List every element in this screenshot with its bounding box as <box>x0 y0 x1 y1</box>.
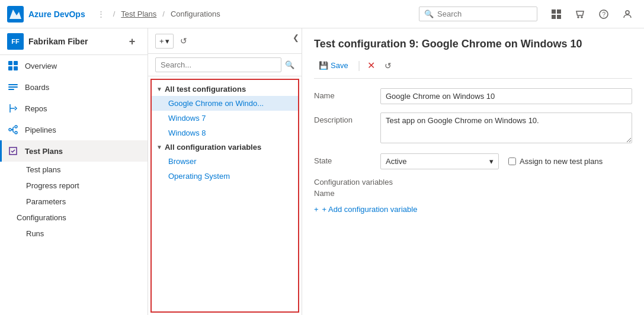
pipelines-icon <box>7 124 19 136</box>
sidebar-item-label-overview: Overview <box>25 62 57 70</box>
svg-point-6 <box>578 17 579 18</box>
assign-checkbox[interactable] <box>508 158 516 165</box>
refresh-button[interactable]: ↺ <box>176 33 191 49</box>
description-label: Description <box>314 112 373 124</box>
svg-rect-13 <box>8 66 12 70</box>
svg-point-10 <box>626 11 629 14</box>
breadcrumb-sep1: / <box>113 9 116 18</box>
detail-toolbar: 💾 Save | ✕ ↺ <box>314 57 632 79</box>
svg-point-7 <box>581 17 582 18</box>
tree-container: ▼ All test configurations Google Chrome … <box>150 79 299 313</box>
sidebar-sub-progress-report[interactable]: Progress report <box>0 178 148 194</box>
user-icon[interactable] <box>618 5 637 24</box>
name-field-row: Name <box>314 88 632 104</box>
tree-item-chrome-win10[interactable]: Google Chrome on Windo... <box>152 96 298 111</box>
svg-rect-11 <box>8 61 12 65</box>
sidebar-sub-runs[interactable]: Runs <box>0 226 148 242</box>
sidebar-sub-test-plans[interactable]: Test plans <box>0 162 148 178</box>
config-vars-name-header: Name <box>314 189 632 198</box>
state-select-wrap[interactable]: Active Inactive ▾ <box>380 153 499 169</box>
svg-rect-12 <box>14 61 18 65</box>
config-vars-title: Configuration variables <box>314 178 632 187</box>
grid-view-icon[interactable] <box>547 5 566 24</box>
middle-search-icon[interactable]: 🔍 <box>285 60 294 69</box>
logo-icon <box>7 6 24 22</box>
sidebar-item-pipelines[interactable]: Pipelines <box>0 119 148 140</box>
org-header: FF Fabrikam Fiber + <box>0 28 148 55</box>
add-project-button[interactable]: + <box>124 33 140 50</box>
search-box[interactable]: 🔍 <box>419 7 537 21</box>
description-field: Test app on Google Chrome on Windows 10. <box>380 112 632 145</box>
save-button[interactable]: 💾 Save <box>314 59 353 72</box>
state-field: Active Inactive ▾ Assign to new test pla… <box>380 153 632 169</box>
tree-item-win8[interactable]: Windows 8 <box>152 126 298 140</box>
add-var-plus-icon: + <box>314 205 319 214</box>
overview-icon <box>7 60 19 72</box>
chevron-expand-icon2: ▼ <box>156 144 162 150</box>
sidebar: FF Fabrikam Fiber + Overview Boards <box>0 28 148 315</box>
state-select[interactable]: Active Inactive <box>386 157 485 166</box>
state-field-row: State Active Inactive ▾ Assign to new te… <box>314 153 632 169</box>
collapse-button[interactable]: ❮ <box>290 31 302 44</box>
add-config-variable-button[interactable]: + + Add configuration variable <box>314 202 417 216</box>
middle-search-bar: 🔍 <box>148 54 302 76</box>
svg-point-20 <box>15 131 17 134</box>
chevron-expand-icon: ▼ <box>156 86 162 92</box>
sidebar-sub-configurations[interactable]: Configurations <box>0 210 148 226</box>
save-icon: 💾 <box>319 61 328 70</box>
breadcrumb-configurations: Configurations <box>171 9 220 18</box>
description-input[interactable]: Test app on Google Chrome on Windows 10. <box>380 112 632 143</box>
sidebar-sub-parameters[interactable]: Parameters <box>0 194 148 210</box>
sidebar-item-boards[interactable]: Boards <box>0 76 148 98</box>
org-name: Fabrikam Fiber <box>28 37 88 46</box>
svg-point-18 <box>9 128 11 131</box>
sidebar-item-test-plans[interactable]: Test Plans <box>0 140 148 162</box>
boards-icon <box>7 81 19 93</box>
sidebar-item-repos[interactable]: Repos <box>0 98 148 119</box>
top-nav: Azure DevOps ⋮ / Test Plans / Configurat… <box>0 0 644 28</box>
detail-refresh-button[interactable]: ↺ <box>382 59 394 73</box>
search-input[interactable] <box>437 9 532 18</box>
main-layout: FF Fabrikam Fiber + Overview Boards <box>0 28 644 315</box>
cancel-button[interactable]: ✕ <box>365 57 377 73</box>
tree-group-all-config-vars[interactable]: ▼ All configuration variables <box>152 140 298 154</box>
sidebar-item-label-boards: Boards <box>25 83 49 92</box>
middle-search-input[interactable] <box>155 57 281 72</box>
svg-rect-5 <box>557 15 561 19</box>
svg-rect-16 <box>8 86 18 88</box>
tree-item-win7[interactable]: Windows 7 <box>152 111 298 126</box>
repos-icon <box>7 102 19 114</box>
test-plans-icon <box>7 145 19 157</box>
app-logo[interactable]: Azure DevOps <box>7 6 85 22</box>
assign-checkbox-row: Assign to new test plans <box>508 157 603 166</box>
middle-panel: ❮ + ▾ ↺ 🔍 ▼ All test configurations Goog… <box>148 28 302 315</box>
svg-text:?: ? <box>603 11 606 18</box>
svg-rect-14 <box>14 66 18 70</box>
svg-rect-17 <box>8 89 14 90</box>
name-input[interactable] <box>380 88 632 104</box>
config-vars-section: Configuration variables Name + + Add con… <box>314 178 632 216</box>
toolbar-separator: | <box>358 59 361 72</box>
tree-item-os[interactable]: Operating System <box>152 169 298 184</box>
sidebar-item-overview[interactable]: Overview <box>0 55 148 76</box>
detail-panel: Test configuration 9: Google Chrome on W… <box>302 28 644 315</box>
dropdown-icon: ▾ <box>489 157 494 166</box>
tree-item-browser[interactable]: Browser <box>152 154 298 169</box>
name-label: Name <box>314 88 373 100</box>
shopping-icon[interactable] <box>571 5 589 24</box>
help-icon[interactable]: ? <box>594 5 613 24</box>
add-button[interactable]: + ▾ <box>155 34 174 49</box>
svg-rect-15 <box>8 84 18 85</box>
middle-toolbar: + ▾ ↺ <box>148 28 302 54</box>
tree-group-all-test-configs[interactable]: ▼ All test configurations <box>152 82 298 96</box>
breadcrumb-sep2: / <box>162 9 165 18</box>
sidebar-item-label-pipelines: Pipelines <box>25 126 56 134</box>
svg-point-19 <box>15 126 17 128</box>
org-avatar: FF <box>7 33 24 50</box>
breadcrumb-test-plans[interactable]: Test Plans <box>121 9 156 18</box>
description-field-row: Description Test app on Google Chrome on… <box>314 112 632 145</box>
nav-dots: ⋮ <box>97 9 105 18</box>
name-field <box>380 88 632 104</box>
sidebar-item-label-repos: Repos <box>25 104 47 113</box>
sidebar-item-label-test-plans: Test Plans <box>25 147 63 156</box>
